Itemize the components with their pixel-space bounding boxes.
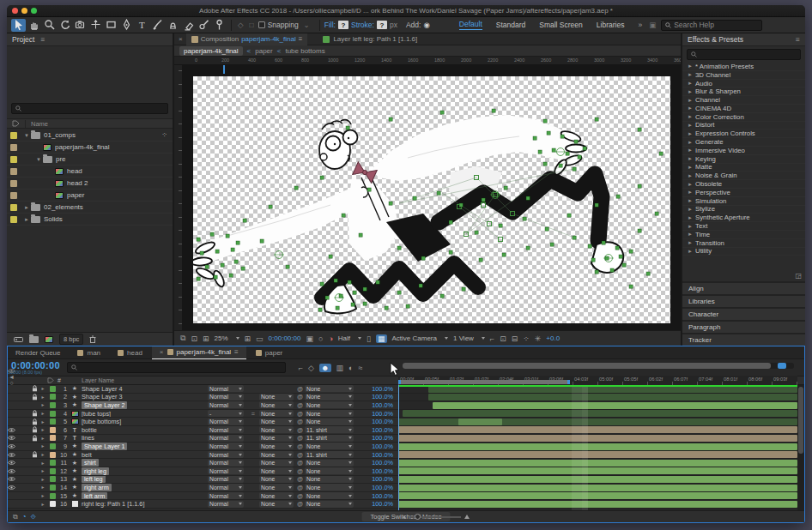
label-chip[interactable] [10, 156, 17, 163]
project-item-pre[interactable]: ▼pre [7, 154, 173, 166]
layer-name[interactable]: Shape Layer 4 [82, 385, 122, 393]
pickwhip-icon[interactable]: @ [297, 493, 303, 499]
dropdown[interactable]: None [305, 492, 354, 499]
control-point[interactable] [215, 250, 219, 253]
expander-icon[interactable]: ► [688, 148, 693, 153]
pickwhip-icon[interactable]: @ [297, 419, 303, 425]
dropdown[interactable]: Normal [208, 419, 244, 425]
tab-menu-icon[interactable]: ≡ [234, 348, 239, 356]
layer-label-chip[interactable] [50, 411, 56, 417]
lock-switch[interactable] [31, 385, 39, 392]
control-point[interactable] [260, 239, 264, 243]
layer-row-1[interactable]: ►1★Shape Layer 4Normal@None100.0% [8, 385, 398, 394]
dropdown[interactable]: None [305, 385, 354, 392]
panel-tab-libraries[interactable]: Libraries [682, 294, 805, 307]
effect-category--animation-presets[interactable]: ►* Animation Presets [682, 63, 805, 71]
effect-category-utility[interactable]: ►Utility [682, 248, 805, 256]
expander-icon[interactable]: ► [688, 198, 693, 203]
dropdown[interactable]: 11. shirt [305, 451, 354, 458]
effect-category-obsolete[interactable]: ►Obsolete [682, 180, 805, 189]
stroke-label[interactable]: Stroke: [351, 21, 374, 29]
dropdown[interactable]: None [259, 460, 294, 467]
video-switch[interactable] [8, 485, 15, 491]
expander-icon[interactable]: ► [688, 182, 693, 187]
layer-row-16[interactable]: ►16right leg: Path 1 [1.1.6]NormalNone@N… [8, 500, 398, 509]
control-point[interactable] [595, 270, 598, 274]
effect-category-keying[interactable]: ►Keying [682, 155, 805, 164]
layer-name[interactable]: lines [82, 435, 94, 443]
layer-track-10[interactable] [398, 451, 797, 460]
control-point[interactable] [619, 255, 622, 258]
effect-category-matte[interactable]: ►Matte [682, 164, 805, 172]
control-point[interactable] [538, 150, 542, 154]
control-point[interactable] [286, 265, 289, 268]
effect-category-stylize[interactable]: ►Stylize [682, 206, 805, 214]
effect-category-expression-controls[interactable]: ►Expression Controls [682, 129, 805, 138]
collapse-switch[interactable] [247, 451, 259, 459]
control-point[interactable] [320, 282, 324, 286]
control-point[interactable] [437, 191, 440, 195]
video-switch[interactable] [8, 435, 15, 441]
pickwhip-icon[interactable]: @ [297, 386, 303, 392]
collapse-switch[interactable] [247, 426, 259, 434]
stretch-value[interactable]: 100.0% [357, 394, 398, 401]
layer-sub-segment[interactable] [458, 419, 502, 425]
dropdown[interactable]: None [259, 443, 294, 449]
expander-icon[interactable]: ► [688, 105, 693, 111]
shy-layers-icon[interactable]: ☻ [319, 364, 330, 372]
control-point[interactable] [413, 196, 416, 200]
new-composition-icon[interactable] [45, 336, 53, 343]
timeline-tab-render-queue[interactable]: Render Queue [8, 346, 68, 359]
twirl-icon[interactable]: ► [39, 418, 47, 425]
name-column-header[interactable]: Name [25, 120, 48, 128]
control-point[interactable] [629, 285, 633, 288]
effect-category-noise-grain[interactable]: ►Noise & Grain [682, 172, 805, 180]
layer-label-chip[interactable] [50, 460, 56, 466]
pickwhip-icon[interactable]: @ [297, 501, 303, 507]
pickwhip-icon[interactable]: @ [297, 394, 303, 400]
dropdown[interactable]: None [259, 410, 294, 417]
expander-icon[interactable]: ► [22, 205, 31, 210]
effect-category-channel[interactable]: ►Channel [682, 96, 805, 105]
close-tab-icon[interactable]: × [179, 35, 183, 43]
label-chip[interactable] [10, 216, 17, 223]
control-point[interactable] [574, 140, 578, 143]
control-point[interactable] [367, 188, 371, 191]
viewer-timecode[interactable]: 0:00:00:00 [269, 334, 301, 342]
layer-track-9[interactable] [398, 443, 797, 451]
layer-track-7[interactable] [398, 435, 797, 443]
type-tool[interactable]: T [135, 19, 149, 32]
dropdown[interactable]: Normal [208, 501, 244, 508]
control-point[interactable] [385, 306, 388, 310]
workspace-small-screen[interactable]: Small Screen [539, 21, 583, 29]
lock-switch[interactable] [31, 419, 39, 425]
graph-editor-icon[interactable]: ≈ [358, 364, 362, 372]
control-point[interactable] [622, 263, 626, 267]
pickwhip-icon[interactable]: @ [297, 485, 303, 491]
stretch-value[interactable]: 100.0% [357, 467, 398, 475]
stretch-value[interactable]: 100.0% [357, 451, 398, 459]
control-point[interactable] [543, 162, 547, 166]
control-point[interactable] [578, 155, 581, 159]
twirl-icon[interactable]: ► [39, 476, 47, 484]
expander-icon[interactable]: ► [22, 217, 31, 222]
layer-duration-bar[interactable] [398, 460, 797, 467]
control-point[interactable] [573, 167, 576, 171]
workspace-default[interactable]: Default [459, 20, 482, 30]
layer-name[interactable]: Shape Layer 1 [82, 443, 127, 450]
resolution-value[interactable]: Half [338, 334, 350, 342]
control-point[interactable] [561, 135, 564, 138]
dropdown[interactable]: 11. shirt [305, 435, 354, 442]
layer-duration-bar[interactable] [403, 410, 797, 417]
layer-label-chip[interactable] [50, 485, 56, 491]
region-of-interest-icon[interactable]: ▯ [367, 334, 371, 343]
layer-name[interactable]: right arm [82, 484, 112, 491]
fill-swatch[interactable]: ? [338, 21, 348, 29]
monitor-icon[interactable]: ⊡ [191, 334, 197, 343]
control-point[interactable] [294, 186, 298, 190]
stretch-value[interactable]: 100.0% [357, 484, 398, 491]
trash-icon[interactable] [89, 335, 96, 343]
video-switch[interactable] [8, 443, 15, 449]
control-point[interactable] [449, 220, 452, 224]
dual-monitor-icon[interactable]: ⊞ [203, 334, 209, 343]
